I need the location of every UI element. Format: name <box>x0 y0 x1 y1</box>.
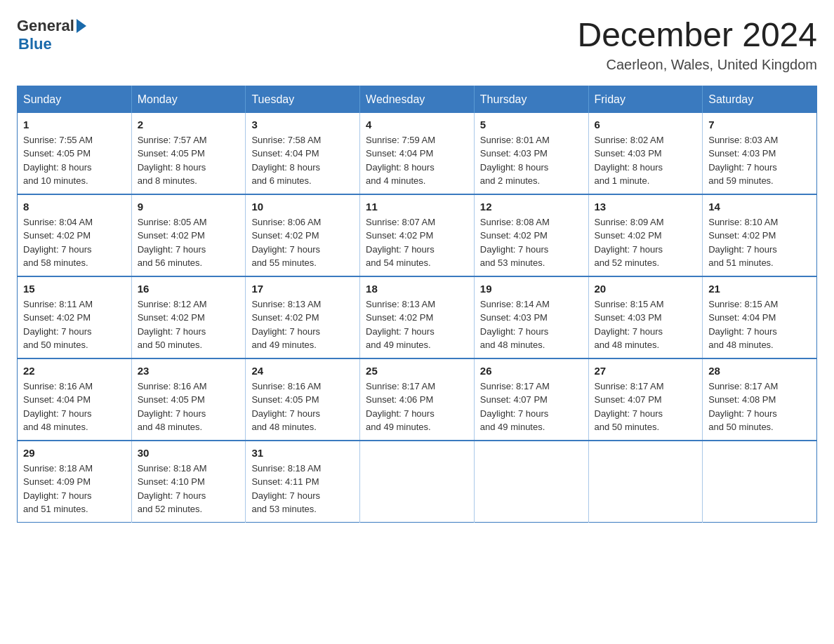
col-friday: Friday <box>588 86 703 113</box>
day-info: Sunrise: 8:12 AMSunset: 4:02 PMDaylight:… <box>138 297 240 352</box>
table-row: 11Sunrise: 8:07 AMSunset: 4:02 PMDayligh… <box>360 194 475 276</box>
day-info: Sunrise: 8:15 AMSunset: 4:03 PMDaylight:… <box>595 297 697 352</box>
table-row: 30Sunrise: 8:18 AMSunset: 4:10 PMDayligh… <box>131 441 246 523</box>
day-info: Sunrise: 8:16 AMSunset: 4:04 PMDaylight:… <box>23 380 126 434</box>
table-row: 21Sunrise: 8:15 AMSunset: 4:04 PMDayligh… <box>703 276 817 358</box>
table-row <box>588 441 703 523</box>
table-row: 28Sunrise: 8:17 AMSunset: 4:08 PMDayligh… <box>703 358 817 441</box>
day-info: Sunrise: 8:09 AMSunset: 4:02 PMDaylight:… <box>595 215 697 270</box>
day-info: Sunrise: 8:01 AMSunset: 4:03 PMDaylight:… <box>480 133 583 188</box>
col-tuesday: Tuesday <box>246 86 360 113</box>
calendar-week-row: 22Sunrise: 8:16 AMSunset: 4:04 PMDayligh… <box>18 358 817 441</box>
calendar-header-row: Sunday Monday Tuesday Wednesday Thursday… <box>18 86 817 113</box>
day-info: Sunrise: 7:59 AMSunset: 4:04 PMDaylight:… <box>366 133 468 188</box>
table-row: 5Sunrise: 8:01 AMSunset: 4:03 PMDaylight… <box>474 113 588 194</box>
table-row: 7Sunrise: 8:03 AMSunset: 4:03 PMDaylight… <box>703 113 817 194</box>
col-sunday: Sunday <box>18 86 132 113</box>
col-monday: Monday <box>131 86 246 113</box>
day-number: 28 <box>708 365 811 377</box>
table-row: 16Sunrise: 8:12 AMSunset: 4:02 PMDayligh… <box>131 276 246 358</box>
table-row: 12Sunrise: 8:08 AMSunset: 4:02 PMDayligh… <box>474 194 588 276</box>
day-info: Sunrise: 8:10 AMSunset: 4:02 PMDaylight:… <box>708 215 811 270</box>
table-row: 1Sunrise: 7:55 AMSunset: 4:05 PMDaylight… <box>18 113 132 194</box>
logo-arrow-icon <box>77 19 86 33</box>
day-info: Sunrise: 8:04 AMSunset: 4:02 PMDaylight:… <box>23 215 126 270</box>
day-number: 26 <box>480 365 583 377</box>
table-row: 18Sunrise: 8:13 AMSunset: 4:02 PMDayligh… <box>360 276 475 358</box>
day-number: 14 <box>708 201 811 213</box>
day-info: Sunrise: 7:58 AMSunset: 4:04 PMDaylight:… <box>251 133 354 188</box>
table-row: 9Sunrise: 8:05 AMSunset: 4:02 PMDaylight… <box>131 194 246 276</box>
day-info: Sunrise: 8:18 AMSunset: 4:11 PMDaylight:… <box>251 462 354 516</box>
day-number: 3 <box>251 119 354 130</box>
calendar-week-row: 8Sunrise: 8:04 AMSunset: 4:02 PMDaylight… <box>18 194 817 276</box>
day-number: 15 <box>23 283 126 295</box>
table-row <box>360 441 475 523</box>
day-number: 9 <box>138 201 240 213</box>
day-number: 5 <box>480 119 583 130</box>
day-info: Sunrise: 7:55 AMSunset: 4:05 PMDaylight:… <box>23 133 126 188</box>
table-row: 2Sunrise: 7:57 AMSunset: 4:05 PMDaylight… <box>131 113 246 194</box>
day-info: Sunrise: 8:13 AMSunset: 4:02 PMDaylight:… <box>366 297 468 352</box>
day-number: 18 <box>366 283 468 295</box>
day-number: 8 <box>23 201 126 213</box>
page-header: General Blue December 2024 Caerleon, Wal… <box>17 17 817 73</box>
table-row: 14Sunrise: 8:10 AMSunset: 4:02 PMDayligh… <box>703 194 817 276</box>
table-row: 22Sunrise: 8:16 AMSunset: 4:04 PMDayligh… <box>18 358 132 441</box>
logo-blue-text: Blue <box>18 35 86 53</box>
day-number: 23 <box>138 365 240 377</box>
logo: General Blue <box>17 17 86 53</box>
table-row: 26Sunrise: 8:17 AMSunset: 4:07 PMDayligh… <box>474 358 588 441</box>
day-number: 13 <box>595 201 697 213</box>
day-info: Sunrise: 8:13 AMSunset: 4:02 PMDaylight:… <box>251 297 354 352</box>
table-row <box>703 441 817 523</box>
table-row: 17Sunrise: 8:13 AMSunset: 4:02 PMDayligh… <box>246 276 360 358</box>
table-row: 6Sunrise: 8:02 AMSunset: 4:03 PMDaylight… <box>588 113 703 194</box>
day-number: 27 <box>595 365 697 377</box>
table-row: 8Sunrise: 8:04 AMSunset: 4:02 PMDaylight… <box>18 194 132 276</box>
day-info: Sunrise: 8:02 AMSunset: 4:03 PMDaylight:… <box>595 133 697 188</box>
day-number: 11 <box>366 201 468 213</box>
table-row: 15Sunrise: 8:11 AMSunset: 4:02 PMDayligh… <box>18 276 132 358</box>
day-number: 17 <box>251 283 354 295</box>
day-info: Sunrise: 8:18 AMSunset: 4:09 PMDaylight:… <box>23 462 126 516</box>
table-row: 25Sunrise: 8:17 AMSunset: 4:06 PMDayligh… <box>360 358 475 441</box>
day-number: 10 <box>251 201 354 213</box>
day-info: Sunrise: 8:14 AMSunset: 4:03 PMDaylight:… <box>480 297 583 352</box>
day-number: 2 <box>138 119 240 130</box>
day-info: Sunrise: 8:17 AMSunset: 4:06 PMDaylight:… <box>366 380 468 434</box>
day-info: Sunrise: 8:03 AMSunset: 4:03 PMDaylight:… <box>708 133 811 188</box>
day-info: Sunrise: 8:16 AMSunset: 4:05 PMDaylight:… <box>138 380 240 434</box>
table-row: 27Sunrise: 8:17 AMSunset: 4:07 PMDayligh… <box>588 358 703 441</box>
day-number: 1 <box>23 119 126 130</box>
table-row: 10Sunrise: 8:06 AMSunset: 4:02 PMDayligh… <box>246 194 360 276</box>
day-number: 21 <box>708 283 811 295</box>
calendar-week-row: 1Sunrise: 7:55 AMSunset: 4:05 PMDaylight… <box>18 113 817 194</box>
col-saturday: Saturday <box>703 86 817 113</box>
day-number: 25 <box>366 365 468 377</box>
day-number: 31 <box>251 447 354 459</box>
day-info: Sunrise: 8:17 AMSunset: 4:07 PMDaylight:… <box>480 380 583 434</box>
day-info: Sunrise: 8:05 AMSunset: 4:02 PMDaylight:… <box>138 215 240 270</box>
day-info: Sunrise: 8:17 AMSunset: 4:08 PMDaylight:… <box>708 380 811 434</box>
day-number: 12 <box>480 201 583 213</box>
col-wednesday: Wednesday <box>360 86 475 113</box>
day-info: Sunrise: 8:18 AMSunset: 4:10 PMDaylight:… <box>138 462 240 516</box>
day-number: 22 <box>23 365 126 377</box>
day-info: Sunrise: 8:07 AMSunset: 4:02 PMDaylight:… <box>366 215 468 270</box>
table-row: 3Sunrise: 7:58 AMSunset: 4:04 PMDaylight… <box>246 113 360 194</box>
day-info: Sunrise: 8:08 AMSunset: 4:02 PMDaylight:… <box>480 215 583 270</box>
day-number: 16 <box>138 283 240 295</box>
day-info: Sunrise: 8:11 AMSunset: 4:02 PMDaylight:… <box>23 297 126 352</box>
table-row: 20Sunrise: 8:15 AMSunset: 4:03 PMDayligh… <box>588 276 703 358</box>
logo-general-text: General <box>17 17 74 35</box>
table-row: 31Sunrise: 8:18 AMSunset: 4:11 PMDayligh… <box>246 441 360 523</box>
day-number: 4 <box>366 119 468 130</box>
table-row: 13Sunrise: 8:09 AMSunset: 4:02 PMDayligh… <box>588 194 703 276</box>
month-title: December 2024 <box>577 17 817 54</box>
table-row: 4Sunrise: 7:59 AMSunset: 4:04 PMDaylight… <box>360 113 475 194</box>
calendar-week-row: 29Sunrise: 8:18 AMSunset: 4:09 PMDayligh… <box>18 441 817 523</box>
day-info: Sunrise: 8:15 AMSunset: 4:04 PMDaylight:… <box>708 297 811 352</box>
title-section: December 2024 Caerleon, Wales, United Ki… <box>577 17 817 73</box>
day-number: 20 <box>595 283 697 295</box>
